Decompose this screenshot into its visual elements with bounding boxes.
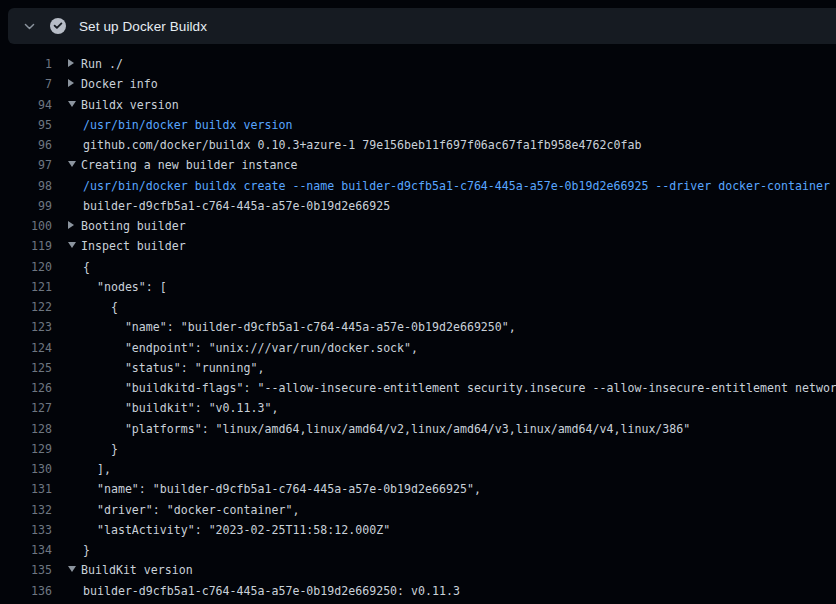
output-text: "driver": "docker-container", [83, 503, 299, 517]
log-line: 99builder-d9cfb5a1-c764-445a-a57e-0b19d2… [0, 196, 836, 216]
line-number[interactable]: 132 [0, 500, 52, 520]
output-text: github.com/docker/buildx 0.10.3+azure-1 … [83, 138, 641, 152]
log-line: 134} [0, 540, 836, 560]
group-title: BuildKit version [81, 563, 193, 577]
log-line: 132 "driver": "docker-container", [0, 500, 836, 520]
log-line: 133 "lastActivity": "2023-02-25T11:58:12… [0, 520, 836, 540]
output-text: "buildkit": "v0.11.3", [83, 401, 278, 415]
command-text: /usr/bin/docker buildx create --name bui… [83, 179, 830, 193]
check-circle-icon [50, 18, 66, 34]
log-lines[interactable]: 1Run ./7Docker info94Buildx version95/us… [0, 44, 836, 604]
log-line: 122 { [0, 297, 836, 317]
line-number[interactable]: 131 [0, 479, 52, 499]
output-text: "status": "running", [83, 361, 264, 375]
actions-log-viewer: { "header": { "title": "Set up Docker Bu… [0, 0, 836, 604]
group-title: Inspect builder [81, 239, 186, 253]
line-number[interactable]: 122 [0, 297, 52, 317]
line-number[interactable]: 124 [0, 338, 52, 358]
log-line[interactable]: 100Booting builder [0, 216, 836, 236]
line-number[interactable]: 99 [0, 196, 52, 216]
chevron-collapsed-icon[interactable] [68, 216, 81, 236]
log-line: 131 "name": "builder-d9cfb5a1-c764-445a-… [0, 479, 836, 499]
chevron-expanded-icon[interactable] [68, 236, 81, 256]
log-line[interactable]: 135BuildKit version [0, 560, 836, 580]
log-line: 128 "platforms": "linux/amd64,linux/amd6… [0, 419, 836, 439]
output-text: "name": "builder-d9cfb5a1-c764-445a-a57e… [83, 320, 516, 334]
line-number[interactable]: 96 [0, 135, 52, 155]
command-text: /usr/bin/docker buildx version [83, 118, 292, 132]
chevron-collapsed-icon[interactable] [68, 74, 81, 94]
log-line: 125 "status": "running", [0, 358, 836, 378]
chevron-expanded-icon[interactable] [68, 155, 81, 175]
log-line[interactable]: 119Inspect builder [0, 236, 836, 256]
line-number[interactable]: 7 [0, 74, 52, 94]
log-line: 96github.com/docker/buildx 0.10.3+azure-… [0, 135, 836, 155]
line-number[interactable]: 123 [0, 317, 52, 337]
log-line: 121 "nodes": [ [0, 277, 836, 297]
group-title: Run ./ [81, 57, 123, 71]
line-number[interactable]: 121 [0, 277, 52, 297]
log-line: 124 "endpoint": "unix:///var/run/docker.… [0, 338, 836, 358]
output-text: "buildkitd-flags": "--allow-insecure-ent… [83, 381, 836, 395]
output-text: "endpoint": "unix:///var/run/docker.sock… [83, 341, 418, 355]
line-number[interactable]: 128 [0, 419, 52, 439]
output-text: "lastActivity": "2023-02-25T11:58:12.000… [83, 523, 390, 537]
output-text: "name": "builder-d9cfb5a1-c764-445a-a57e… [83, 482, 481, 496]
chevron-expanded-icon[interactable] [68, 560, 81, 580]
line-number[interactable]: 119 [0, 236, 52, 256]
log-line[interactable]: 1Run ./ [0, 54, 836, 74]
log-line[interactable]: 94Buildx version [0, 95, 836, 115]
line-number[interactable]: 95 [0, 115, 52, 135]
log-line[interactable]: 7Docker info [0, 74, 836, 94]
group-title: Docker info [81, 77, 158, 91]
line-number[interactable]: 134 [0, 540, 52, 560]
line-number[interactable]: 133 [0, 520, 52, 540]
line-number[interactable]: 136 [0, 581, 52, 601]
log-line: 98/usr/bin/docker buildx create --name b… [0, 176, 836, 196]
output-text: ], [83, 462, 111, 476]
chevron-collapsed-icon[interactable] [68, 54, 81, 74]
log-line: 127 "buildkit": "v0.11.3", [0, 398, 836, 418]
line-number[interactable]: 1 [0, 54, 52, 74]
step-header[interactable]: Set up Docker Buildx [8, 8, 836, 44]
chevron-expanded-icon[interactable] [68, 95, 81, 115]
log-line: 129 } [0, 439, 836, 459]
line-number[interactable]: 125 [0, 358, 52, 378]
log-line: 123 "name": "builder-d9cfb5a1-c764-445a-… [0, 317, 836, 337]
log-line[interactable]: 97Creating a new builder instance [0, 155, 836, 175]
line-number[interactable]: 130 [0, 459, 52, 479]
line-number[interactable]: 135 [0, 560, 52, 580]
line-number[interactable]: 127 [0, 398, 52, 418]
output-text: builder-d9cfb5a1-c764-445a-a57e-0b19d2e6… [83, 584, 460, 598]
log-line: 130 ], [0, 459, 836, 479]
log-line: 136builder-d9cfb5a1-c764-445a-a57e-0b19d… [0, 581, 836, 601]
line-number[interactable]: 98 [0, 176, 52, 196]
log-line: 95/usr/bin/docker buildx version [0, 115, 836, 135]
line-number[interactable]: 120 [0, 257, 52, 277]
line-number[interactable]: 94 [0, 95, 52, 115]
output-text: "nodes": [ [83, 280, 167, 294]
group-title: Buildx version [81, 98, 179, 112]
group-title: Creating a new builder instance [81, 158, 297, 172]
output-text: { [83, 260, 90, 274]
step-title: Set up Docker Buildx [79, 19, 207, 34]
output-text: "platforms": "linux/amd64,linux/amd64/v2… [83, 422, 690, 436]
line-number[interactable]: 100 [0, 216, 52, 236]
line-number[interactable]: 126 [0, 378, 52, 398]
group-title: Booting builder [81, 219, 186, 233]
output-text: } [83, 543, 90, 557]
output-text: { [83, 300, 118, 314]
log-line: 126 "buildkitd-flags": "--allow-insecure… [0, 378, 836, 398]
line-number[interactable]: 97 [0, 155, 52, 175]
line-number[interactable]: 129 [0, 439, 52, 459]
chevron-down-icon[interactable] [21, 18, 37, 34]
output-text: builder-d9cfb5a1-c764-445a-a57e-0b19d2e6… [83, 199, 390, 213]
output-text: } [83, 442, 118, 456]
log-line: 120{ [0, 257, 836, 277]
